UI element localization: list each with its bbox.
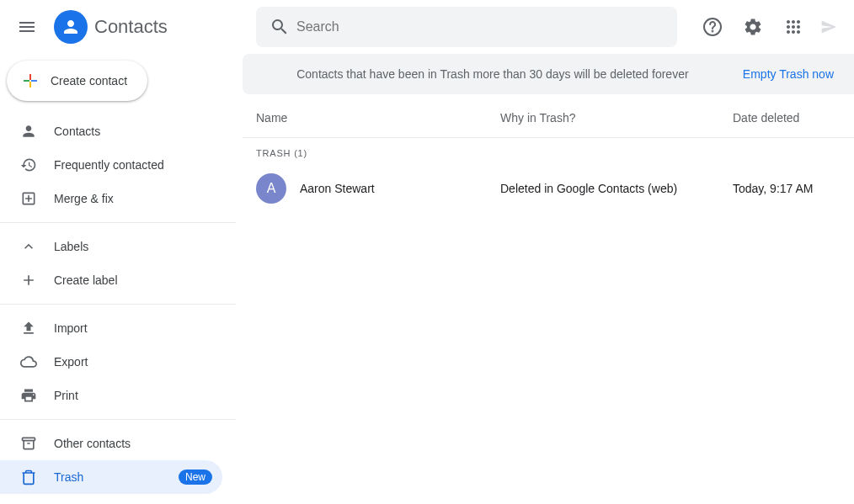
send-icon [820,19,837,35]
divider [0,419,236,420]
sidebar-item-contacts[interactable]: Contacts [0,114,222,148]
svg-point-1 [713,31,713,32]
sidebar-item-other[interactable]: Other contacts [0,427,222,460]
hamburger-icon [17,17,37,37]
search-icon [270,17,290,37]
empty-trash-link[interactable]: Empty Trash now [743,67,834,81]
search-bar[interactable] [256,7,677,47]
sidebar-item-label: Import [54,321,212,335]
main-menu-button[interactable] [7,7,47,47]
sidebar-item-frequently[interactable]: Frequently contacted [0,148,222,182]
sidebar-item-label: Frequently contacted [54,158,212,172]
sidebar: Create contact Contacts Frequently conta… [0,54,236,504]
app-header: Contacts [0,0,854,54]
section-header: TRASH (1) [243,138,854,165]
settings-button[interactable] [736,10,770,44]
header-actions [696,10,847,44]
divider [0,304,236,305]
column-headers: Name Why in Trash? Date deleted [243,98,854,138]
banner-text: Contacts that have been in Trash more th… [263,67,723,81]
history-icon [20,157,37,173]
sidebar-item-import[interactable]: Import [0,311,222,345]
sidebar-item-create-label[interactable]: Create label [0,263,222,297]
plus-icon [20,272,37,289]
column-header-why: Why in Trash? [500,111,733,125]
divider [0,222,236,223]
sidebar-item-label: Export [54,355,212,369]
help-icon [702,17,723,37]
column-header-name: Name [256,111,500,125]
plus-icon [20,71,40,91]
sidebar-item-export[interactable]: Export [0,345,222,379]
upload-icon [20,320,37,337]
trash-icon [20,469,37,485]
apps-button[interactable] [777,10,810,44]
chevron-up-icon [20,238,37,255]
sidebar-item-label: Trash [54,470,162,484]
account-button[interactable] [817,10,841,44]
sidebar-item-merge[interactable]: Merge & fix [0,182,222,215]
sidebar-item-labels[interactable]: Labels [0,230,222,263]
contacts-logo-icon [54,10,88,44]
row-why: Deleted in Google Contacts (web) [500,182,733,195]
help-button[interactable] [696,10,729,44]
new-badge: New [179,470,212,485]
archive-icon [20,435,37,452]
main-content: Contacts that have been in Trash more th… [236,54,854,504]
sidebar-item-label: Other contacts [54,437,212,450]
logo-area[interactable]: Contacts [54,10,222,44]
search-input[interactable] [296,19,670,34]
sidebar-item-label: Create label [54,273,212,287]
svg-rect-3 [23,438,35,440]
sidebar-item-label: Labels [54,240,212,253]
contact-name: Aaron Stewart [300,182,375,195]
table-row[interactable]: A Aaron Stewart Deleted in Google Contac… [243,165,854,212]
sidebar-item-print[interactable]: Print [0,379,222,412]
create-contact-label: Create contact [51,74,127,88]
sidebar-item-trash[interactable]: Trash New [0,460,222,494]
avatar: A [256,173,286,204]
cloud-download-icon [20,353,37,370]
apps-grid-icon [783,17,803,37]
gear-icon [743,17,763,37]
row-date: Today, 9:17 AM [733,182,841,195]
search-button[interactable] [263,10,296,44]
person-icon [20,123,37,140]
sidebar-item-label: Print [54,389,212,402]
sidebar-item-label: Merge & fix [54,192,212,205]
create-contact-button[interactable]: Create contact [7,61,147,101]
trash-banner: Contacts that have been in Trash more th… [243,54,854,94]
row-name-cell: A Aaron Stewart [256,173,500,204]
merge-icon [20,190,37,207]
column-header-date: Date deleted [733,111,841,125]
sidebar-item-label: Contacts [54,125,212,138]
print-icon [20,387,37,404]
app-title: Contacts [94,16,168,38]
